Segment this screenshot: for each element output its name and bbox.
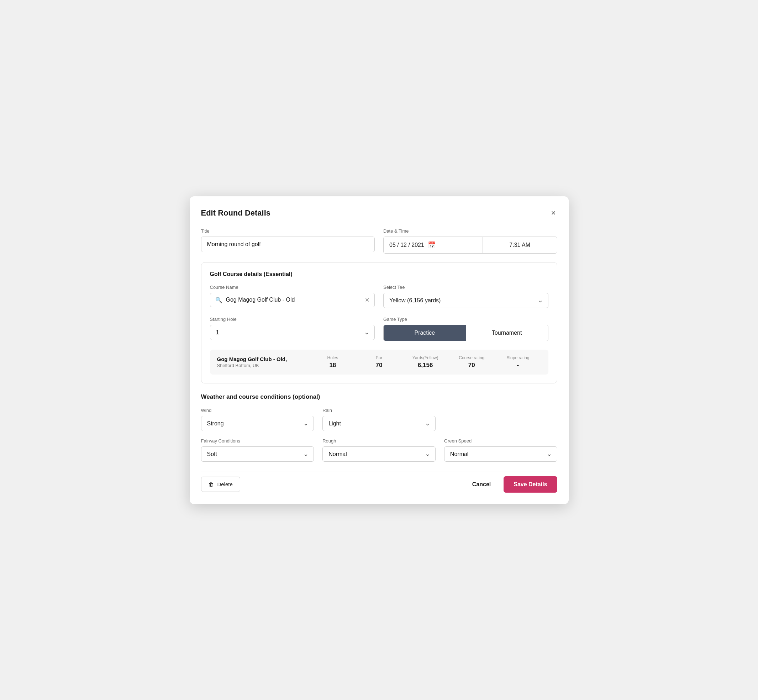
title-datetime-row: Title Date & Time 05 / 12 / 2021 📅 7:31 … — [201, 228, 557, 254]
rough-group: Rough ShortNormal LongVery Long ⌄ — [323, 438, 435, 462]
calendar-icon: 📅 — [428, 241, 435, 249]
course-info-name: Gog Magog Golf Club - Old, Shelford Bott… — [217, 356, 310, 368]
select-tee-group: Select Tee Yellow (6,156 yards) White Re… — [383, 284, 548, 308]
cancel-button[interactable]: Cancel — [467, 477, 496, 492]
wind-group: Wind CalmLightModerate StrongVery Strong… — [201, 408, 314, 431]
game-type-label: Game Type — [383, 317, 548, 322]
save-details-button[interactable]: Save Details — [504, 476, 557, 493]
datetime-group: Date & Time 05 / 12 / 2021 📅 7:31 AM — [383, 228, 557, 254]
modal-header: Edit Round Details × — [201, 208, 557, 219]
wind-dropdown[interactable]: CalmLightModerate StrongVery Strong — [201, 416, 314, 431]
footer-right: Cancel Save Details — [467, 476, 557, 493]
green-speed-dropdown[interactable]: SlowNormal FastVery Fast — [445, 447, 557, 461]
slope-rating-value: - — [495, 362, 541, 369]
edit-round-modal: Edit Round Details × Title Date & Time 0… — [190, 196, 568, 504]
course-name-display: Gog Magog Golf Club - Old, — [217, 356, 310, 362]
close-button[interactable]: × — [550, 208, 557, 219]
modal-title: Edit Round Details — [201, 208, 271, 218]
trash-icon: 🗑 — [208, 481, 214, 487]
course-name-input-wrap: 🔍 ✕ — [210, 293, 375, 307]
course-location: Shelford Bottom, UK — [217, 363, 310, 368]
rough-dropdown[interactable]: ShortNormal LongVery Long — [323, 447, 435, 461]
date-field[interactable]: 05 / 12 / 2021 📅 — [384, 237, 483, 253]
game-type-toggle: Practice Tournament — [383, 325, 548, 341]
golf-course-section-title: Golf Course details (Essential) — [210, 271, 548, 277]
green-speed-wrap: SlowNormal FastVery Fast ⌄ — [444, 446, 557, 462]
course-rating: Course rating 70 — [448, 355, 495, 369]
footer: 🗑 Delete Cancel Save Details — [201, 472, 557, 493]
course-name-label: Course Name — [210, 284, 375, 290]
green-speed-group: Green Speed SlowNormal FastVery Fast ⌄ — [444, 438, 557, 462]
hole-gametype-row: Starting Hole 1234 5678 910 ⌄ Game Type … — [210, 317, 548, 341]
slope-rating: Slope rating - — [495, 355, 541, 369]
title-input[interactable] — [201, 236, 375, 252]
select-tee-label: Select Tee — [383, 284, 548, 290]
weather-conditions-section: Weather and course conditions (optional)… — [201, 394, 557, 462]
slope-rating-label: Slope rating — [495, 355, 541, 360]
starting-hole-dropdown[interactable]: 1234 5678 910 — [210, 325, 375, 340]
clear-icon[interactable]: ✕ — [365, 297, 370, 303]
starting-hole-label: Starting Hole — [210, 317, 375, 322]
wind-label: Wind — [201, 408, 314, 413]
time-value: 7:31 AM — [509, 242, 530, 248]
yards-value: 6,156 — [402, 362, 448, 369]
title-label: Title — [201, 228, 375, 234]
fairway-label: Fairway Conditions — [201, 438, 314, 444]
course-par: Par 70 — [356, 355, 402, 369]
rough-label: Rough — [323, 438, 435, 444]
course-name-input[interactable] — [226, 297, 362, 303]
rain-dropdown[interactable]: NoneLight ModerateHeavy — [323, 416, 435, 431]
par-value: 70 — [356, 362, 402, 369]
game-type-group: Game Type Practice Tournament — [383, 317, 548, 341]
course-info-box: Gog Magog Golf Club - Old, Shelford Bott… — [210, 350, 548, 375]
fairway-group: Fairway Conditions DryNormal SoftWet ⌄ — [201, 438, 314, 462]
title-group: Title — [201, 228, 375, 254]
wind-wrap: CalmLightModerate StrongVery Strong ⌄ — [201, 416, 314, 431]
wind-rain-row: Wind CalmLightModerate StrongVery Strong… — [201, 408, 557, 431]
course-holes: Holes 18 — [310, 355, 356, 369]
tournament-button[interactable]: Tournament — [466, 325, 548, 341]
holes-label: Holes — [310, 355, 356, 360]
holes-value: 18 — [310, 362, 356, 369]
date-time-field: 05 / 12 / 2021 📅 7:31 AM — [383, 236, 557, 254]
select-tee-dropdown[interactable]: Yellow (6,156 yards) White Red Blue — [384, 293, 548, 308]
starting-hole-group: Starting Hole 1234 5678 910 ⌄ — [210, 317, 375, 341]
course-tee-row: Course Name 🔍 ✕ Select Tee Yellow (6,156… — [210, 284, 548, 308]
search-icon: 🔍 — [215, 297, 222, 303]
weather-section-title: Weather and course conditions (optional) — [201, 394, 557, 400]
starting-hole-wrap: 1234 5678 910 ⌄ — [210, 325, 375, 340]
rough-wrap: ShortNormal LongVery Long ⌄ — [323, 446, 435, 462]
rain-label: Rain — [323, 408, 435, 413]
course-name-group: Course Name 🔍 ✕ — [210, 284, 375, 308]
fairway-dropdown[interactable]: DryNormal SoftWet — [201, 447, 314, 461]
time-field[interactable]: 7:31 AM — [483, 237, 557, 253]
green-speed-label: Green Speed — [444, 438, 557, 444]
rain-wrap: NoneLight ModerateHeavy ⌄ — [323, 416, 435, 431]
datetime-label: Date & Time — [383, 228, 557, 234]
practice-button[interactable]: Practice — [384, 325, 466, 341]
par-label: Par — [356, 355, 402, 360]
delete-button[interactable]: 🗑 Delete — [201, 477, 240, 492]
fairway-wrap: DryNormal SoftWet ⌄ — [201, 446, 314, 462]
select-tee-wrap: Yellow (6,156 yards) White Red Blue ⌄ — [383, 293, 548, 308]
yards-label: Yards(Yellow) — [402, 355, 448, 360]
course-rating-label: Course rating — [448, 355, 495, 360]
delete-label: Delete — [218, 481, 233, 487]
rain-group: Rain NoneLight ModerateHeavy ⌄ — [323, 408, 435, 431]
golf-course-section: Golf Course details (Essential) Course N… — [201, 262, 557, 383]
fairway-rough-green-row: Fairway Conditions DryNormal SoftWet ⌄ R… — [201, 438, 557, 462]
date-value: 05 / 12 / 2021 — [389, 242, 424, 248]
course-yards: Yards(Yellow) 6,156 — [402, 355, 448, 369]
course-rating-value: 70 — [448, 362, 495, 369]
